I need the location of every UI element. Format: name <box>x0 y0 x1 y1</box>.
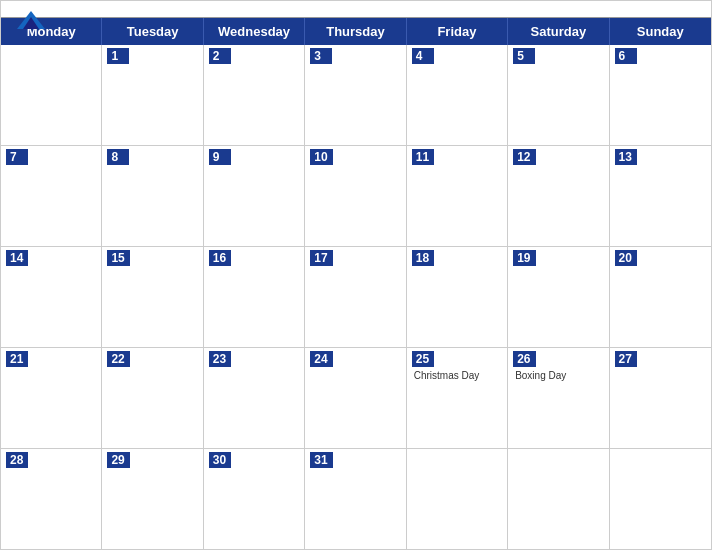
day-cell: 22 <box>102 348 203 448</box>
day-number: 5 <box>513 48 535 64</box>
day-cell <box>407 449 508 549</box>
day-number-row: 18 <box>412 250 502 266</box>
day-cell: 15 <box>102 247 203 347</box>
day-number: 17 <box>310 250 332 266</box>
day-cell: 10 <box>305 146 406 246</box>
day-number-row: 8 <box>107 149 197 165</box>
day-number-row: 12 <box>513 149 603 165</box>
calendar-grid: MondayTuesdayWednesdayThursdayFridaySatu… <box>1 17 711 549</box>
day-cell <box>508 449 609 549</box>
day-cell: 26Boxing Day <box>508 348 609 448</box>
day-cell: 13 <box>610 146 711 246</box>
week-row-1: 123456 <box>1 45 711 146</box>
day-number: 23 <box>209 351 231 367</box>
day-number: 16 <box>209 250 231 266</box>
day-number-row: 1 <box>107 48 197 64</box>
day-cell: 25Christmas Day <box>407 348 508 448</box>
day-number: 28 <box>6 452 28 468</box>
day-cell: 27 <box>610 348 711 448</box>
day-number-row: 11 <box>412 149 502 165</box>
day-number: 19 <box>513 250 535 266</box>
day-headers-row: MondayTuesdayWednesdayThursdayFridaySatu… <box>1 18 711 45</box>
day-number: 21 <box>6 351 28 367</box>
day-number: 14 <box>6 250 28 266</box>
day-number: 13 <box>615 149 637 165</box>
day-number: 4 <box>412 48 434 64</box>
day-number: 3 <box>310 48 332 64</box>
day-number: 10 <box>310 149 332 165</box>
day-cell: 17 <box>305 247 406 347</box>
day-cell: 20 <box>610 247 711 347</box>
day-cell: 21 <box>1 348 102 448</box>
day-cell: 4 <box>407 45 508 145</box>
day-number-row: 27 <box>615 351 706 367</box>
day-number: 9 <box>209 149 231 165</box>
week-row-2: 78910111213 <box>1 146 711 247</box>
day-number-row: 28 <box>6 452 96 468</box>
day-number-row: 14 <box>6 250 96 266</box>
day-number-row: 6 <box>615 48 706 64</box>
day-number: 7 <box>6 149 28 165</box>
day-cell: 1 <box>102 45 203 145</box>
day-header-friday: Friday <box>407 18 508 45</box>
day-cell: 9 <box>204 146 305 246</box>
day-number: 31 <box>310 452 332 468</box>
day-number: 18 <box>412 250 434 266</box>
week-row-3: 14151617181920 <box>1 247 711 348</box>
day-number-row: 16 <box>209 250 299 266</box>
day-number: 22 <box>107 351 129 367</box>
day-number-row: 29 <box>107 452 197 468</box>
day-cell: 16 <box>204 247 305 347</box>
day-header-tuesday: Tuesday <box>102 18 203 45</box>
day-cell: 7 <box>1 146 102 246</box>
day-number-row: 21 <box>6 351 96 367</box>
day-number-row: 22 <box>107 351 197 367</box>
day-cell: 19 <box>508 247 609 347</box>
day-number-row: 25 <box>412 351 502 367</box>
day-number-row: 19 <box>513 250 603 266</box>
day-cell: 11 <box>407 146 508 246</box>
day-number: 20 <box>615 250 637 266</box>
day-number: 24 <box>310 351 332 367</box>
weeks-container: 1234567891011121314151617181920212223242… <box>1 45 711 549</box>
day-number-row: 13 <box>615 149 706 165</box>
day-number-row: 3 <box>310 48 400 64</box>
day-number-row: 9 <box>209 149 299 165</box>
week-row-5: 28293031 <box>1 449 711 549</box>
day-cell: 6 <box>610 45 711 145</box>
day-number-row: 17 <box>310 250 400 266</box>
calendar-header <box>1 1 711 17</box>
day-cell: 8 <box>102 146 203 246</box>
day-number: 27 <box>615 351 637 367</box>
day-number: 25 <box>412 351 434 367</box>
day-cell: 2 <box>204 45 305 145</box>
day-cell: 28 <box>1 449 102 549</box>
holiday-name: Christmas Day <box>412 370 502 381</box>
day-number-row: 23 <box>209 351 299 367</box>
day-cell: 12 <box>508 146 609 246</box>
holiday-name: Boxing Day <box>513 370 603 381</box>
day-cell: 30 <box>204 449 305 549</box>
day-number-row: 31 <box>310 452 400 468</box>
day-number-row: 26 <box>513 351 603 367</box>
day-number-row: 30 <box>209 452 299 468</box>
day-header-saturday: Saturday <box>508 18 609 45</box>
day-number: 1 <box>107 48 129 64</box>
day-number-row: 7 <box>6 149 96 165</box>
day-number-row: 24 <box>310 351 400 367</box>
day-number-row: 20 <box>615 250 706 266</box>
calendar: MondayTuesdayWednesdayThursdayFridaySatu… <box>0 0 712 550</box>
day-cell: 24 <box>305 348 406 448</box>
day-number: 15 <box>107 250 129 266</box>
day-number-row: 4 <box>412 48 502 64</box>
day-cell <box>610 449 711 549</box>
day-number-row: 5 <box>513 48 603 64</box>
week-row-4: 2122232425Christmas Day26Boxing Day27 <box>1 348 711 449</box>
day-cell: 18 <box>407 247 508 347</box>
day-cell <box>1 45 102 145</box>
day-number-row: 15 <box>107 250 197 266</box>
day-header-thursday: Thursday <box>305 18 406 45</box>
day-number: 26 <box>513 351 535 367</box>
logo <box>17 9 47 29</box>
day-number: 11 <box>412 149 434 165</box>
